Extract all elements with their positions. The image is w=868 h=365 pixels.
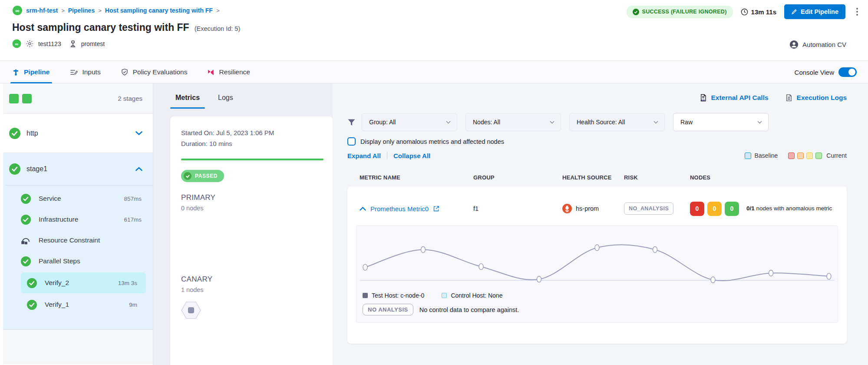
chart-color-legend: Baseline Current xyxy=(745,152,847,159)
stage-status-square xyxy=(22,94,32,103)
step-resource-constraint[interactable]: Resource Constraint xyxy=(3,230,153,251)
passed-badge: PASSED xyxy=(181,170,224,182)
metric-line-chart xyxy=(356,226,838,285)
anomalous-filter-row: Display only anomalous metrics and affec… xyxy=(347,137,847,146)
success-check-icon xyxy=(9,128,20,139)
step-service[interactable]: Service 857ms xyxy=(3,188,153,209)
inputs-icon xyxy=(69,68,78,76)
sidebar-stage-http[interactable]: http xyxy=(3,114,153,153)
expand-all-link[interactable]: Expand All xyxy=(347,152,381,159)
sidebar-footer-area xyxy=(3,329,153,364)
primary-label: PRIMARY xyxy=(181,193,323,202)
module-tabbar: Pipeline Inputs Policy Evaluations Resil… xyxy=(0,61,868,83)
metric-name-link[interactable]: Prometheus Metric0 xyxy=(370,205,429,212)
chevron-up-icon[interactable] xyxy=(135,167,142,171)
verification-tabs: Metrics Logs xyxy=(153,83,333,109)
stage-label: http xyxy=(26,129,38,137)
success-check-icon xyxy=(9,163,20,175)
canary-node-icon[interactable] xyxy=(181,301,323,321)
step-verify-2[interactable]: Verify_2 13m 3s xyxy=(21,272,146,293)
table-row: Prometheus Metric0 f1 hs-prom NO_ANALYSI… xyxy=(360,196,838,221)
execution-logs-link[interactable]: Execution Logs xyxy=(785,93,847,102)
pipeline-icon xyxy=(12,69,20,76)
col-risk: RISK xyxy=(624,174,690,181)
breadcrumb-pipelines[interactable]: Pipelines xyxy=(68,7,95,14)
current-swatches xyxy=(788,153,822,159)
resource-constraint-icon xyxy=(21,236,31,246)
risk-badge: NO_ANALYSIS xyxy=(624,202,673,215)
divider xyxy=(387,152,387,159)
col-health-source: HEALTH SOURCE xyxy=(562,174,624,181)
amber-node-count-badge: 0 xyxy=(707,202,722,216)
verification-summary-card: Started On: Jul 5, 2023 1:06 PM Duration… xyxy=(170,116,333,365)
shield-check-icon xyxy=(121,68,129,76)
external-link-icon[interactable] xyxy=(433,206,439,212)
control-host-swatch xyxy=(442,293,447,298)
host-legend-row: Test Host: c-node-0 Control Host: None xyxy=(356,292,838,299)
environment-name[interactable]: promtest xyxy=(81,40,105,47)
cd-module-icon: ∞ xyxy=(12,39,21,48)
nodes-filter-dropdown[interactable]: Nodes: All xyxy=(465,113,561,131)
chevron-down-icon[interactable] xyxy=(135,131,142,136)
more-options-icon[interactable] xyxy=(853,6,861,17)
baseline-label: Baseline xyxy=(755,152,778,159)
execution-id: (Execution Id: 5) xyxy=(195,25,241,32)
sidebar-stage-stage1[interactable]: stage1 xyxy=(3,153,153,185)
chevron-down-icon xyxy=(550,121,554,124)
header-actions: SUCCESS (FAILURE IGNORED) 13m 11s Edit P… xyxy=(627,4,861,19)
tab-metrics[interactable]: Metrics xyxy=(170,94,205,109)
success-check-icon xyxy=(21,194,31,204)
stage-label: stage1 xyxy=(26,165,47,173)
console-view-control: Console View xyxy=(795,67,857,77)
svg-text:∞: ∞ xyxy=(15,7,19,14)
step-parallel-steps[interactable]: Parallel Steps xyxy=(3,251,153,272)
console-view-toggle[interactable] xyxy=(838,67,857,77)
step-verify-1[interactable]: Verify_1 9m xyxy=(21,294,146,315)
collapse-row-chevron-icon[interactable] xyxy=(360,207,366,211)
no-analysis-text: No control data to compare against. xyxy=(419,306,519,313)
started-on: Started On: Jul 5, 2023 1:06 PM xyxy=(181,129,323,136)
tab-inputs[interactable]: Inputs xyxy=(69,61,100,83)
red-node-count-badge: 0 xyxy=(690,202,704,216)
external-api-calls-link[interactable]: API External API Calls xyxy=(699,93,769,102)
service-gear-icon xyxy=(26,40,34,48)
tab-resilience[interactable]: Resilience xyxy=(207,61,250,83)
avatar-icon xyxy=(789,40,799,49)
step-infrastructure[interactable]: Infrastructure 617ms xyxy=(3,209,153,230)
service-name[interactable]: test1123 xyxy=(38,40,61,47)
tab-policy-evaluations[interactable]: Policy Evaluations xyxy=(121,61,188,83)
active-tab-underline xyxy=(170,107,205,109)
collapse-all-link[interactable]: Collapse All xyxy=(393,152,430,159)
divider xyxy=(6,185,153,186)
view-mode-dropdown[interactable]: Raw xyxy=(673,113,769,131)
anomalous-checkbox-label[interactable]: Display only anomalous metrics and affec… xyxy=(360,138,504,145)
stage-count: 2 stages xyxy=(118,95,142,102)
chevron-down-icon xyxy=(653,121,658,124)
filter-funnel-icon[interactable] xyxy=(347,118,356,126)
breadcrumb-project[interactable]: srm-hf-test xyxy=(26,7,58,14)
chevron-down-icon xyxy=(446,121,451,124)
verification-panel: Metrics Logs Started On: Jul 5, 2023 1:0… xyxy=(153,83,333,365)
breadcrumb-pipeline-name[interactable]: Host sampling canary testing with FF xyxy=(105,7,213,14)
control-host-legend: Control Host: None xyxy=(442,292,502,299)
metric-group: f1 xyxy=(473,205,562,212)
health-source-name: hs-prom xyxy=(576,205,599,212)
tab-logs[interactable]: Logs xyxy=(213,94,238,109)
baseline-swatch xyxy=(745,153,751,159)
duration: Duration: 10 mins xyxy=(181,140,323,147)
stage-summary-strip: 2 stages xyxy=(3,83,153,114)
canary-node-count: 1 nodes xyxy=(181,286,323,293)
anomalous-checkbox[interactable] xyxy=(347,137,356,146)
group-filter-dropdown[interactable]: Group: All xyxy=(362,113,457,131)
current-orange-swatch xyxy=(797,153,804,159)
nodes-summary: 0/1 nodes with anomalous metric xyxy=(746,205,833,212)
primary-node-count: 0 nodes xyxy=(181,205,323,212)
test-host-legend: Test Host: c-node-0 xyxy=(363,292,424,299)
health-source-filter-dropdown[interactable]: Health Source: All xyxy=(569,113,665,131)
prometheus-icon xyxy=(562,204,572,213)
user-name: Automation CV xyxy=(802,41,846,48)
sidebar-stage1-group: stage1 Service 857ms Infrastructure 617m… xyxy=(3,153,153,329)
edit-pipeline-button[interactable]: Edit Pipeline xyxy=(784,4,845,19)
breadcrumb-separator: > xyxy=(98,7,102,14)
tab-pipeline[interactable]: Pipeline xyxy=(12,61,50,83)
